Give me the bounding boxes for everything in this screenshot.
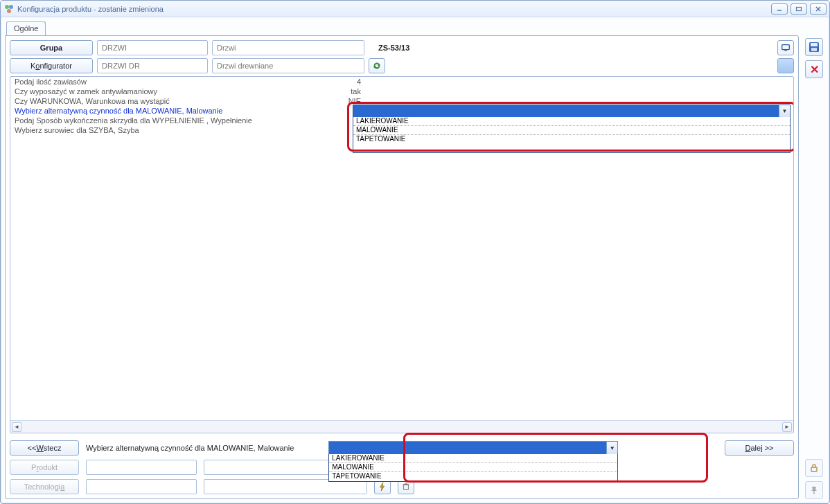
list-question: Czy WARUNKOWA, Warunkowa ma wystąpić [15,97,340,105]
titlebar: Konfiguracja produktu - zostanie zmienio… [1,1,829,17]
scroll-left-icon[interactable]: ◄ [12,422,21,432]
svg-point-0 [5,5,9,9]
btn-txt: K [30,62,35,70]
blue-icon-button[interactable] [777,58,794,73]
config-code-field[interactable]: DRZWI DR [97,58,208,73]
dropdown-option[interactable]: LAKIEROWANIE [353,117,790,126]
dropdown-option[interactable]: TAPETOWANIE [353,135,790,144]
pin-icon-button[interactable] [805,481,823,499]
scroll-right-icon[interactable]: ► [782,422,792,432]
list-question: Czy wyposażyć w zamek antywłamaniowy [15,87,340,96]
main-column: Ogólne Grupa DRZWI Drzwi ZS-53/13 Konfig… [5,20,799,499]
dropdown-options: LAKIEROWANIEMALOWANIETAPETOWANIE [353,117,790,152]
list-line: Czy wyposażyć w zamek antywłamaniowytak [10,87,793,96]
lock-icon-button[interactable] [805,459,823,477]
next-button[interactable]: Dalej >> [725,440,794,456]
product-code-field[interactable] [86,460,197,475]
horizontal-scrollbar[interactable]: ◄ ► [10,420,793,433]
svg-rect-4 [797,7,802,10]
list-question: Podaj Sposób wykończenia skrzydła dla WY… [15,116,340,125]
dropdown-option[interactable]: LAKIEROWANIE [329,454,617,463]
footer-dropdown-bar[interactable]: ▼ [328,441,618,455]
configurator-button[interactable]: Konfigurator [10,58,93,73]
footer-row-nav: << Wstecz Wybierz alternatywną czynność … [10,440,794,456]
svg-rect-9 [404,485,409,489]
chevron-down-icon[interactable]: ▼ [606,442,617,454]
group-code-field[interactable]: DRZWI [97,40,208,55]
svg-point-1 [9,5,13,9]
order-number: ZS-53/13 [378,44,409,52]
minimize-button[interactable] [771,3,788,15]
footer-dropdown-options: LAKIEROWANIEMALOWANIETAPETOWANIE [328,454,618,482]
display-icon-button[interactable] [777,40,794,55]
footer-prompt: Wybierz alternatywną czynność dla MALOWA… [86,444,294,452]
config-name-field[interactable]: Drzwi drewniane [212,58,364,73]
dropdown-option[interactable]: MALOWANIE [329,463,617,472]
close-icon: ✕ [810,63,819,76]
close-button[interactable] [810,3,827,15]
tech-code-field[interactable] [86,479,197,494]
list-value: tak [340,87,361,96]
list-area: Podaj ilość zawiasów4Czy wyposażyć w zam… [10,76,794,433]
svg-rect-7 [782,45,790,50]
footer: << Wstecz Wybierz alternatywną czynność … [10,436,794,494]
tab-bar: Ogólne [5,20,799,35]
list-question: Wybierz surowiec dla SZYBA, Szyba [15,126,340,134]
chevron-down-icon[interactable]: ▼ [779,105,790,117]
app-icon [3,3,15,15]
list-question: Podaj ilość zawiasów [15,78,340,86]
tab-general[interactable]: Ogólne [6,21,46,35]
content: Ogólne Grupa DRZWI Drzwi ZS-53/13 Konfig… [1,17,829,503]
refresh-icon-button[interactable] [369,58,385,73]
technology-button[interactable]: Technologia [10,479,79,494]
window-title: Konfiguracja produktu - zostanie zmienio… [17,5,164,13]
list-value: 4 [340,78,361,86]
svg-rect-13 [811,43,818,46]
window: Konfiguracja produktu - zostanie zmienio… [0,0,830,504]
cancel-icon-button[interactable]: ✕ [805,60,823,78]
product-button[interactable]: Produkt [10,460,79,475]
list-question: Wybierz alternatywną czynność dla MALOWA… [15,107,340,115]
svg-rect-15 [811,467,817,471]
svg-rect-14 [811,48,817,51]
list-line: Podaj ilość zawiasów4 [10,77,793,87]
row-group: Grupa DRZWI Drzwi ZS-53/13 [10,40,794,55]
dropdown-option[interactable]: MALOWANIE [353,126,790,135]
group-button[interactable]: Grupa [10,40,93,55]
back-button[interactable]: << Wstecz [10,440,79,456]
maximize-button[interactable] [791,3,807,15]
panel: Grupa DRZWI Drzwi ZS-53/13 Konfigurator … [5,35,799,499]
btn-txt2: nfigurator [39,62,71,70]
group-name-field[interactable]: Drzwi [212,40,364,55]
footer-dropdown[interactable]: ▼ LAKIEROWANIEMALOWANIETAPETOWANIE [328,441,618,455]
side-column: ✕ [803,20,825,499]
svg-point-2 [7,9,11,13]
inline-dropdown[interactable]: ▼ LAKIEROWANIEMALOWANIETAPETOWANIE [353,105,791,153]
save-icon-button[interactable] [805,38,823,56]
dropdown-option[interactable]: TAPETOWANIE [329,472,617,481]
row-configurator: Konfigurator DRZWI DR Drzwi drewniane [10,58,794,73]
svg-rect-8 [784,51,787,51]
dropdown-selection-bar[interactable]: ▼ [353,105,790,117]
